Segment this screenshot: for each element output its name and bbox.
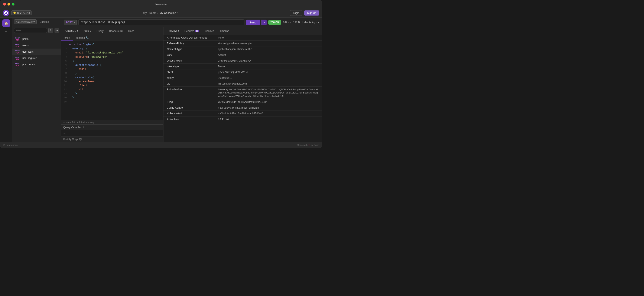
- code-line-13: 13 }: [61, 92, 163, 96]
- tab-cookies[interactable]: Cookies: [202, 28, 216, 34]
- made-with-text: Made with: [297, 144, 308, 146]
- tab-auth-label: Auth: [84, 29, 89, 32]
- header-row-7: expiry 1680695510: [164, 75, 322, 81]
- method-arrow: ▾: [74, 21, 75, 24]
- header-row-2: Content-Type application/json; charset=u…: [164, 46, 322, 52]
- header-actions: Login Sign Up: [290, 10, 319, 16]
- header-name-7: expiry: [167, 76, 218, 79]
- sort-button[interactable]: ⇅: [48, 28, 53, 33]
- response-time: 247 ms: [283, 21, 291, 24]
- subtab-login[interactable]: login: [61, 35, 73, 41]
- collection-dropdown-arrow[interactable]: ▾: [177, 12, 178, 14]
- method-badge-post-create: POST GQL: [14, 63, 21, 66]
- cookies-button[interactable]: Cookies: [38, 19, 50, 24]
- header-value-10: W/"e583b955db1a5315dd1fcdfd389c4638": [218, 100, 318, 103]
- close-button[interactable]: [3, 3, 6, 5]
- request-item-posts[interactable]: POST GQL posts: [12, 36, 61, 42]
- editor-panel: GraphQL ▾ Auth ▾ Query Headers 1: [61, 27, 164, 142]
- response-content: X-Permitted-Cross-Domain-Policies none R…: [164, 35, 322, 142]
- method-badge-user-login: POST GQL: [14, 50, 21, 54]
- tab-query[interactable]: Query: [94, 28, 106, 34]
- login-button[interactable]: Login: [290, 10, 302, 16]
- status-bar-right: Made with ♥ by Kong: [297, 144, 319, 146]
- header-name-4: access-token: [167, 59, 218, 62]
- tab-timeline[interactable]: Timeline: [217, 28, 232, 34]
- window-controls: [3, 3, 14, 5]
- maximize-button[interactable]: [12, 3, 14, 5]
- tab-headers-label: Headers: [109, 29, 119, 32]
- response-size: 197 B: [293, 21, 300, 24]
- url-input[interactable]: [78, 19, 244, 25]
- main-content: POST ▾ Send ▾ 200 OK 247 ms 197 B 1 Minu…: [61, 18, 322, 142]
- query-vars-header: Query Variables ?: [61, 125, 163, 130]
- header-value-5: Bearer: [218, 65, 318, 68]
- header-value-13: 0.245124: [218, 118, 318, 121]
- header-row-1: Referrer-Policy strict-origin-when-cross…: [164, 41, 322, 46]
- method-select[interactable]: POST ▾: [64, 19, 77, 25]
- prettify-button[interactable]: Prettify GraphQL: [63, 138, 82, 141]
- header-row-8: uid finn.smith@example.com: [164, 81, 322, 87]
- header-value-9: Bearer eyJhY2NIc3MtdG9rZW4iOiIyUG5BUDVJY…: [218, 88, 318, 98]
- header-name-11: Cache-Control: [167, 106, 218, 109]
- header-row-6: client jr-50aA6wBiQIrdhSlVWEA: [164, 69, 322, 75]
- tab-preview-arrow: ▾: [178, 29, 179, 32]
- header-row-12: X-Request-Id 4af144bf-c689-4c6a-966c-4ac…: [164, 111, 322, 116]
- header-value-2: application/json; charset=utf-8: [218, 48, 318, 51]
- sidebar-toolbar: No Environment ▾ Cookies: [12, 18, 61, 26]
- response-tabs-bar: Preview ▾ Headers 20 Cookies Timeline: [164, 27, 322, 35]
- main-layout: 🏠 + No Environment ▾ Cookies ⇅ +▾ POST: [0, 18, 322, 142]
- request-name-user-login: user login: [22, 50, 34, 53]
- request-name-user-register: user register: [22, 57, 37, 60]
- titlebar: Insomnia: [0, 0, 322, 8]
- env-arrow: ▾: [34, 20, 35, 23]
- send-button[interactable]: Send: [246, 19, 260, 25]
- header-value-11: max-age=0, private, must-revalidate: [218, 106, 318, 109]
- preferences-icon: ⚙: [3, 144, 5, 146]
- request-bar: POST ▾ Send ▾ 200 OK 247 ms 197 B 1 Minu…: [61, 18, 322, 27]
- add-request-button[interactable]: +▾: [54, 28, 60, 33]
- header-name-9: Authorization: [167, 88, 218, 98]
- code-line-3: 3 email: "finn.smith@example.com": [61, 51, 163, 55]
- tab-preview[interactable]: Preview ▾: [165, 28, 182, 34]
- environment-selector[interactable]: No Environment ▾: [14, 19, 37, 24]
- icon-sidebar: 🏠 +: [0, 18, 12, 142]
- minimize-button[interactable]: [8, 3, 10, 5]
- star-button[interactable]: ⭐ Star 27,213: [11, 10, 32, 15]
- code-line-2: 2 userLogin(: [61, 47, 163, 51]
- code-editor[interactable]: 1 mutation login { 2 userLogin( 3 email:…: [61, 41, 163, 120]
- sidebar-home-icon[interactable]: 🏠: [2, 19, 10, 27]
- my-project-link[interactable]: My Project: [143, 11, 156, 14]
- time-ago-arrow[interactable]: ▾: [318, 21, 319, 24]
- code-line-9: 9 credentials{: [61, 76, 163, 80]
- tab-auth[interactable]: Auth ▾: [81, 28, 94, 34]
- header-name-2: Content-Type: [167, 48, 218, 51]
- code-line-7: 7 email: [61, 67, 163, 71]
- send-dropdown-button[interactable]: ▾: [262, 19, 266, 25]
- signup-button[interactable]: Sign Up: [304, 10, 319, 15]
- header-bar: ⭐ Star 27,213 My Project / My Collection…: [0, 8, 322, 18]
- request-item-user-register[interactable]: POST GQL user register: [12, 55, 61, 61]
- tab-docs[interactable]: Docs: [126, 28, 136, 34]
- subtab-schema[interactable]: schema 🔧: [73, 35, 91, 41]
- tab-response-headers[interactable]: Headers 20: [182, 28, 202, 34]
- split-pane: GraphQL ▾ Auth ▾ Query Headers 1: [61, 27, 322, 142]
- header-row-3: Vary Accept: [164, 52, 322, 58]
- tab-headers[interactable]: Headers 1: [106, 28, 125, 34]
- tab-graphql-label: GraphQL: [66, 29, 76, 32]
- header-center: My Project / My Collection ▾: [34, 11, 288, 14]
- tab-headers-badge: 1: [120, 30, 123, 32]
- add-workspace-icon[interactable]: +: [5, 29, 7, 34]
- header-name-13: X-Runtime: [167, 118, 218, 121]
- header-row-13: X-Runtime 0.245124: [164, 116, 322, 122]
- editor-tabs-bar: GraphQL ▾ Auth ▾ Query Headers 1: [61, 27, 163, 35]
- request-item-user-login[interactable]: POST GQL user login: [12, 48, 61, 55]
- query-vars-body[interactable]: 1: [61, 130, 163, 136]
- filter-input[interactable]: [14, 28, 47, 33]
- request-item-post-create[interactable]: POST GQL post create: [12, 61, 61, 68]
- help-icon[interactable]: ?: [83, 126, 84, 129]
- preferences-label[interactable]: Preferences: [5, 144, 18, 146]
- tab-graphql[interactable]: GraphQL ▾: [63, 28, 80, 34]
- request-item-users[interactable]: POST GQL users: [12, 42, 61, 48]
- time-ago: 1 Minute Ago: [302, 21, 316, 24]
- code-line-10: 10 accessToken: [61, 80, 163, 84]
